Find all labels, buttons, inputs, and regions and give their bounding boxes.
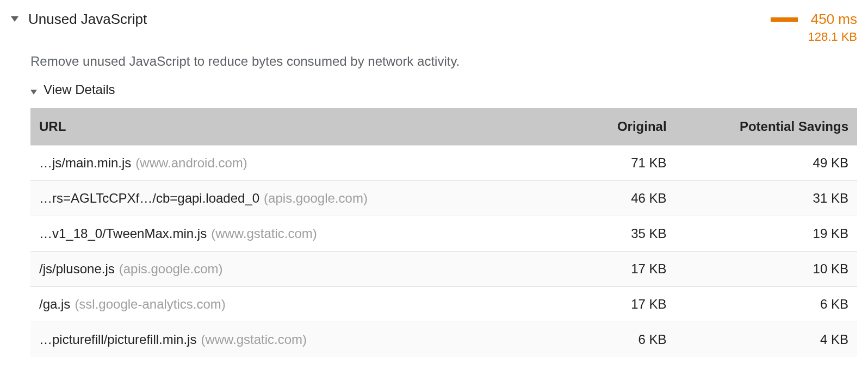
audit-header: Unused JavaScript 450 ms 128.1 KB <box>11 11 857 44</box>
bar-indicator-icon <box>771 17 798 22</box>
audit-table: URL Original Potential Savings …js/main.… <box>30 108 857 357</box>
table-cell-savings: 10 KB <box>675 252 857 287</box>
table-row[interactable]: …v1_18_0/TweenMax.min.js(www.gstatic.com… <box>30 216 857 252</box>
table-cell-savings: 4 KB <box>675 322 857 358</box>
table-row[interactable]: …picturefill/picturefill.min.js(www.gsta… <box>30 322 857 358</box>
audit-stats: 450 ms 128.1 KB <box>771 11 857 44</box>
url-path: /ga.js <box>39 297 70 311</box>
table-cell-original: 17 KB <box>526 287 675 322</box>
details-toggle[interactable]: View Details <box>30 82 857 97</box>
table-cell-original: 71 KB <box>526 146 675 181</box>
url-host: (ssl.google-analytics.com) <box>75 297 225 311</box>
table-cell-savings: 31 KB <box>675 181 857 216</box>
url-path: …picturefill/picturefill.min.js <box>39 332 196 347</box>
table-cell-url: …rs=AGLTcCPXf…/cb=gapi.loaded_0(apis.goo… <box>30 181 526 216</box>
audit-time-value: 450 ms <box>811 11 857 28</box>
url-host: (apis.google.com) <box>119 261 223 276</box>
table-cell-original: 35 KB <box>526 216 675 252</box>
chevron-down-icon <box>30 90 37 95</box>
table-header-savings: Potential Savings <box>675 108 857 146</box>
table-header-url: URL <box>30 108 526 146</box>
audit-stats-top: 450 ms <box>771 11 857 28</box>
url-host: (www.android.com) <box>135 155 247 170</box>
table-header-original: Original <box>526 108 675 146</box>
chevron-down-icon[interactable] <box>11 16 18 22</box>
table-row[interactable]: …rs=AGLTcCPXf…/cb=gapi.loaded_0(apis.goo… <box>30 181 857 216</box>
table-header-row: URL Original Potential Savings <box>30 108 857 146</box>
table-row[interactable]: …js/main.min.js(www.android.com)71 KB49 … <box>30 146 857 181</box>
table-cell-url: …v1_18_0/TweenMax.min.js(www.gstatic.com… <box>30 216 526 252</box>
table-cell-url: /ga.js(ssl.google-analytics.com) <box>30 287 526 322</box>
url-path: …v1_18_0/TweenMax.min.js <box>39 226 207 241</box>
details-label: View Details <box>44 82 115 97</box>
table-cell-original: 46 KB <box>526 181 675 216</box>
audit-description: Remove unused JavaScript to reduce bytes… <box>30 54 857 69</box>
table-cell-url: …js/main.min.js(www.android.com) <box>30 146 526 181</box>
table-cell-savings: 19 KB <box>675 216 857 252</box>
table-cell-savings: 6 KB <box>675 287 857 322</box>
url-host: (apis.google.com) <box>264 191 368 205</box>
table-cell-original: 6 KB <box>526 322 675 358</box>
table-cell-url: …picturefill/picturefill.min.js(www.gsta… <box>30 322 526 358</box>
details-section: View Details URL Original Potential Savi… <box>30 82 857 357</box>
audit-size-value: 128.1 KB <box>808 30 857 44</box>
url-path: …rs=AGLTcCPXf…/cb=gapi.loaded_0 <box>39 191 259 205</box>
url-path: /js/plusone.js <box>39 261 115 276</box>
table-cell-url: /js/plusone.js(apis.google.com) <box>30 252 526 287</box>
url-host: (www.gstatic.com) <box>211 226 317 241</box>
table-row[interactable]: /ga.js(ssl.google-analytics.com)17 KB6 K… <box>30 287 857 322</box>
table-cell-original: 17 KB <box>526 252 675 287</box>
audit-title: Unused JavaScript <box>28 11 771 28</box>
table-row[interactable]: /js/plusone.js(apis.google.com)17 KB10 K… <box>30 252 857 287</box>
table-cell-savings: 49 KB <box>675 146 857 181</box>
url-host: (www.gstatic.com) <box>201 332 307 347</box>
url-path: …js/main.min.js <box>39 155 131 170</box>
